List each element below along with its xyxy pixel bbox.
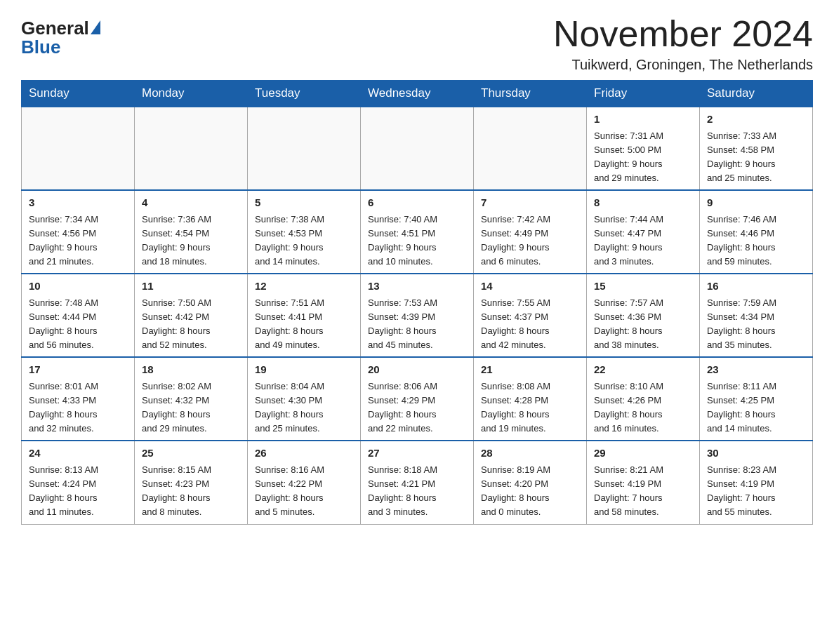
day-info: Sunrise: 7:38 AMSunset: 4:53 PMDaylight:…: [255, 214, 324, 267]
day-number: 9: [707, 195, 805, 211]
calendar-day-cell: 12Sunrise: 7:51 AMSunset: 4:41 PMDayligh…: [248, 274, 361, 357]
day-of-week-header: Sunday: [22, 81, 135, 107]
day-of-week-header: Saturday: [700, 81, 813, 107]
day-number: 2: [707, 112, 805, 128]
calendar-week-row: 3Sunrise: 7:34 AMSunset: 4:56 PMDaylight…: [22, 190, 813, 274]
calendar-day-cell: 27Sunrise: 8:18 AMSunset: 4:21 PMDayligh…: [361, 441, 474, 524]
day-info: Sunrise: 8:01 AMSunset: 4:33 PMDaylight:…: [29, 381, 98, 434]
day-of-week-header: Monday: [135, 81, 248, 107]
day-number: 25: [142, 445, 240, 462]
day-number: 6: [368, 195, 466, 211]
calendar-day-cell: 15Sunrise: 7:57 AMSunset: 4:36 PMDayligh…: [587, 274, 700, 357]
logo: General Blue: [21, 14, 100, 58]
calendar-day-cell: 29Sunrise: 8:21 AMSunset: 4:19 PMDayligh…: [587, 441, 700, 524]
calendar-day-cell: 24Sunrise: 8:13 AMSunset: 4:24 PMDayligh…: [22, 441, 135, 524]
day-number: 13: [368, 279, 466, 295]
day-number: 11: [142, 279, 240, 295]
day-number: 18: [142, 362, 240, 378]
day-number: 17: [29, 362, 127, 378]
day-info: Sunrise: 7:55 AMSunset: 4:37 PMDaylight:…: [481, 297, 550, 350]
day-number: 30: [707, 445, 805, 462]
days-of-week-row: SundayMondayTuesdayWednesdayThursdayFrid…: [22, 81, 813, 107]
calendar-body: 1Sunrise: 7:31 AMSunset: 5:00 PMDaylight…: [22, 107, 813, 524]
calendar-day-cell: 2Sunrise: 7:33 AMSunset: 4:58 PMDaylight…: [700, 107, 813, 190]
calendar-day-cell: 20Sunrise: 8:06 AMSunset: 4:29 PMDayligh…: [361, 357, 474, 441]
calendar-day-cell: 16Sunrise: 7:59 AMSunset: 4:34 PMDayligh…: [700, 274, 813, 357]
day-of-week-header: Thursday: [474, 81, 587, 107]
calendar-day-cell: 3Sunrise: 7:34 AMSunset: 4:56 PMDaylight…: [22, 190, 135, 274]
day-number: 28: [481, 445, 579, 462]
calendar-day-cell: [248, 107, 361, 190]
day-info: Sunrise: 7:42 AMSunset: 4:49 PMDaylight:…: [481, 214, 550, 267]
calendar-day-cell: 1Sunrise: 7:31 AMSunset: 5:00 PMDaylight…: [587, 107, 700, 190]
calendar-day-cell: 7Sunrise: 7:42 AMSunset: 4:49 PMDaylight…: [474, 190, 587, 274]
day-number: 22: [594, 362, 692, 378]
day-number: 3: [29, 195, 127, 211]
calendar-day-cell: 26Sunrise: 8:16 AMSunset: 4:22 PMDayligh…: [248, 441, 361, 524]
day-info: Sunrise: 8:23 AMSunset: 4:19 PMDaylight:…: [707, 464, 776, 517]
day-number: 29: [594, 445, 692, 462]
calendar-week-row: 10Sunrise: 7:48 AMSunset: 4:44 PMDayligh…: [22, 274, 813, 357]
day-of-week-header: Tuesday: [248, 81, 361, 107]
day-number: 1: [594, 112, 692, 128]
day-info: Sunrise: 7:36 AMSunset: 4:54 PMDaylight:…: [142, 214, 211, 267]
logo-triangle-icon: [91, 20, 100, 34]
calendar-day-cell: 13Sunrise: 7:53 AMSunset: 4:39 PMDayligh…: [361, 274, 474, 357]
day-info: Sunrise: 8:19 AMSunset: 4:20 PMDaylight:…: [481, 464, 550, 517]
calendar-day-cell: [22, 107, 135, 190]
calendar-day-cell: 14Sunrise: 7:55 AMSunset: 4:37 PMDayligh…: [474, 274, 587, 357]
day-of-week-header: Wednesday: [361, 81, 474, 107]
day-info: Sunrise: 7:31 AMSunset: 5:00 PMDaylight:…: [594, 130, 663, 183]
day-number: 12: [255, 279, 353, 295]
day-info: Sunrise: 7:57 AMSunset: 4:36 PMDaylight:…: [594, 297, 663, 350]
logo-blue-text: Blue: [21, 36, 60, 58]
title-block: November 2024 Tuikwerd, Groningen, The N…: [553, 14, 813, 73]
calendar-day-cell: 25Sunrise: 8:15 AMSunset: 4:23 PMDayligh…: [135, 441, 248, 524]
calendar-header: SundayMondayTuesdayWednesdayThursdayFrid…: [22, 81, 813, 107]
day-info: Sunrise: 7:33 AMSunset: 4:58 PMDaylight:…: [707, 130, 776, 183]
day-info: Sunrise: 7:46 AMSunset: 4:46 PMDaylight:…: [707, 214, 776, 267]
calendar-week-row: 24Sunrise: 8:13 AMSunset: 4:24 PMDayligh…: [22, 441, 813, 524]
calendar-week-row: 1Sunrise: 7:31 AMSunset: 5:00 PMDaylight…: [22, 107, 813, 190]
calendar-day-cell: [135, 107, 248, 190]
day-number: 27: [368, 445, 466, 462]
day-info: Sunrise: 8:10 AMSunset: 4:26 PMDaylight:…: [594, 381, 663, 434]
day-info: Sunrise: 7:59 AMSunset: 4:34 PMDaylight:…: [707, 297, 776, 350]
day-info: Sunrise: 7:40 AMSunset: 4:51 PMDaylight:…: [368, 214, 437, 267]
calendar-day-cell: 9Sunrise: 7:46 AMSunset: 4:46 PMDaylight…: [700, 190, 813, 274]
month-year-title: November 2024: [553, 14, 813, 54]
day-number: 8: [594, 195, 692, 211]
day-number: 19: [255, 362, 353, 378]
calendar-day-cell: 28Sunrise: 8:19 AMSunset: 4:20 PMDayligh…: [474, 441, 587, 524]
day-number: 23: [707, 362, 805, 378]
day-number: 16: [707, 279, 805, 295]
calendar-week-row: 17Sunrise: 8:01 AMSunset: 4:33 PMDayligh…: [22, 357, 813, 441]
day-info: Sunrise: 8:04 AMSunset: 4:30 PMDaylight:…: [255, 381, 324, 434]
day-info: Sunrise: 8:21 AMSunset: 4:19 PMDaylight:…: [594, 464, 663, 517]
calendar-day-cell: 10Sunrise: 7:48 AMSunset: 4:44 PMDayligh…: [22, 274, 135, 357]
day-info: Sunrise: 8:13 AMSunset: 4:24 PMDaylight:…: [29, 464, 98, 517]
calendar-day-cell: 8Sunrise: 7:44 AMSunset: 4:47 PMDaylight…: [587, 190, 700, 274]
calendar-day-cell: 18Sunrise: 8:02 AMSunset: 4:32 PMDayligh…: [135, 357, 248, 441]
day-of-week-header: Friday: [587, 81, 700, 107]
calendar-day-cell: 5Sunrise: 7:38 AMSunset: 4:53 PMDaylight…: [248, 190, 361, 274]
day-number: 20: [368, 362, 466, 378]
day-number: 5: [255, 195, 353, 211]
day-number: 24: [29, 445, 127, 462]
day-number: 14: [481, 279, 579, 295]
day-info: Sunrise: 7:51 AMSunset: 4:41 PMDaylight:…: [255, 297, 324, 350]
day-info: Sunrise: 8:06 AMSunset: 4:29 PMDaylight:…: [368, 381, 437, 434]
day-info: Sunrise: 8:16 AMSunset: 4:22 PMDaylight:…: [255, 464, 324, 517]
day-number: 7: [481, 195, 579, 211]
calendar-day-cell: [474, 107, 587, 190]
calendar-day-cell: 19Sunrise: 8:04 AMSunset: 4:30 PMDayligh…: [248, 357, 361, 441]
calendar-day-cell: 22Sunrise: 8:10 AMSunset: 4:26 PMDayligh…: [587, 357, 700, 441]
page-header: General Blue November 2024 Tuikwerd, Gro…: [21, 14, 813, 73]
day-number: 21: [481, 362, 579, 378]
day-info: Sunrise: 7:34 AMSunset: 4:56 PMDaylight:…: [29, 214, 98, 267]
day-info: Sunrise: 7:53 AMSunset: 4:39 PMDaylight:…: [368, 297, 437, 350]
day-info: Sunrise: 7:50 AMSunset: 4:42 PMDaylight:…: [142, 297, 211, 350]
calendar-day-cell: 4Sunrise: 7:36 AMSunset: 4:54 PMDaylight…: [135, 190, 248, 274]
calendar-day-cell: 23Sunrise: 8:11 AMSunset: 4:25 PMDayligh…: [700, 357, 813, 441]
day-info: Sunrise: 8:15 AMSunset: 4:23 PMDaylight:…: [142, 464, 211, 517]
